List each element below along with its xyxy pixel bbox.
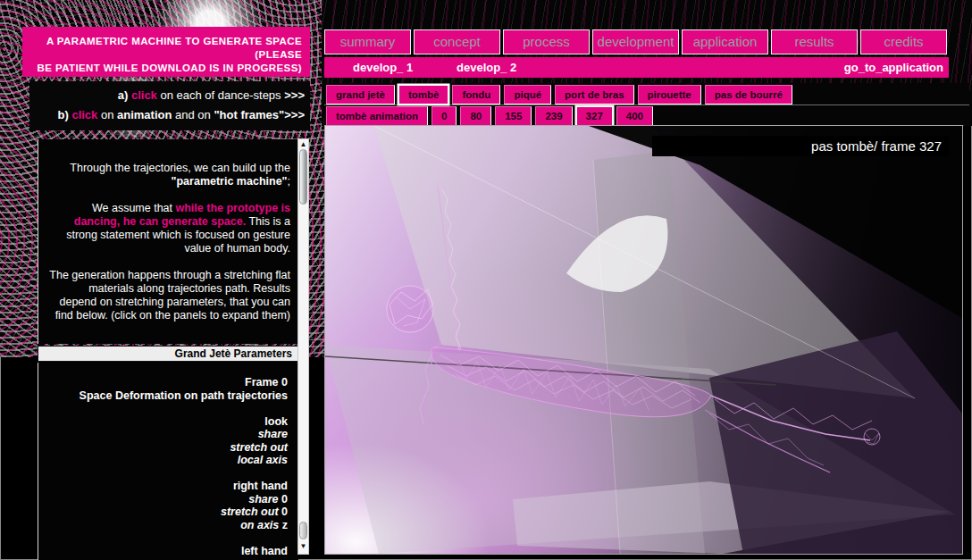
parameters-panel: Frame 0 Space Deformation on path trajec… — [38, 363, 298, 560]
row-divider-line — [324, 104, 969, 105]
instruction-b-animation: animation — [117, 108, 172, 121]
render-viewport[interactable]: pas tombè/ frame 327 — [324, 125, 963, 555]
frame-0-button[interactable]: 0 — [432, 106, 457, 126]
param-line: right hand — [47, 480, 288, 493]
render-scene — [325, 126, 962, 554]
param-line: on axis z — [47, 519, 288, 532]
instruction-a-label: a) — [118, 88, 131, 102]
param-line: stretch out 0 — [47, 506, 288, 519]
param-value: 0 — [279, 506, 288, 518]
param-line: local axis — [47, 454, 288, 467]
param-value: z — [279, 519, 288, 531]
frame-400-button[interactable]: 400 — [616, 106, 653, 126]
step-port-de-bras-button[interactable]: port de bras — [555, 85, 633, 104]
instruction-a-click-link[interactable]: click — [131, 88, 157, 102]
p2-text: We assume that — [92, 202, 176, 214]
dance-steps-row: grand jetè tombè fondu piqué port de bra… — [326, 85, 792, 104]
instruction-b-text2: and on — [172, 108, 214, 121]
go-to-application-link[interactable]: go_to_application — [844, 61, 943, 74]
instruction-b-arrows: >>> — [284, 108, 305, 121]
frame-155-button[interactable]: 155 — [495, 106, 532, 126]
nav-tab-development[interactable]: development — [592, 29, 679, 54]
scrollbar-thumb-lower[interactable] — [299, 522, 307, 539]
parameters-panel-header[interactable]: Grand Jetè Parameters — [38, 346, 298, 362]
instruction-a-arrows: >>> — [284, 88, 305, 102]
description-paragraph-3: The generation happens through a stretch… — [49, 269, 290, 322]
step-tombe-button[interactable]: tombè — [398, 85, 449, 104]
develop-1-link[interactable]: develop_ 1 — [353, 61, 413, 74]
param-line: look — [47, 415, 288, 429]
param-name: on axis — [240, 519, 279, 531]
page: A PARAMETRIC MACHINE TO GENERATE SPACE (… — [0, 0, 972, 560]
param-name: share — [248, 493, 278, 506]
main-navigation: summary concept process development appl… — [324, 29, 947, 54]
instruction-a-text: on each of dance-steps — [157, 88, 284, 102]
nav-tab-concept[interactable]: concept — [414, 29, 500, 54]
param-line-blank — [47, 531, 288, 545]
param-line: left hand — [47, 545, 288, 558]
param-line-blank — [47, 402, 288, 415]
frame-80-button[interactable]: 80 — [460, 106, 491, 126]
description-paragraph-2: We assume that while the prototype is da… — [49, 202, 290, 255]
p1-end: ; — [288, 175, 290, 188]
develop-bar: develop_ 1 develop_ 2 go_to_application — [324, 57, 949, 78]
nav-tab-application[interactable]: application — [682, 29, 768, 54]
nav-tab-credits[interactable]: credits — [860, 29, 947, 54]
param-value: 0 — [279, 493, 288, 506]
site-title-line1: A PARAMETRIC MACHINE TO GENERATE SPACE (… — [46, 36, 302, 60]
step-grand-jete-button[interactable]: grand jetè — [326, 85, 395, 104]
instruction-b-label: b) — [58, 108, 72, 121]
frame-239-button[interactable]: 239 — [535, 106, 572, 126]
hot-frames-row: tombè animation 0 80 155 239 327 400 — [326, 106, 653, 126]
frame-327-button[interactable]: 327 — [576, 106, 613, 126]
instruction-b-hot-frames: "hot frames" — [214, 108, 284, 121]
left-panel-scrollbar[interactable]: ▲ ▼ — [297, 138, 309, 555]
step-pirouette-button[interactable]: pirouette — [638, 85, 701, 104]
p1-bold: "parametric machine" — [172, 175, 288, 188]
instruction-b-text1: on — [97, 108, 117, 121]
param-line: share — [47, 428, 288, 441]
param-line: share 0 — [47, 493, 288, 506]
site-title: A PARAMETRIC MACHINE TO GENERATE SPACE (… — [22, 27, 310, 77]
p1-text: Through the trajectories, we can build u… — [70, 162, 290, 174]
param-line: stretch out — [47, 441, 288, 455]
param-line: Space Deformation on path trajectories — [47, 389, 288, 403]
nav-tab-summary[interactable]: summary — [324, 29, 411, 54]
step-pas-de-bourre-button[interactable]: pas de bourré — [705, 85, 792, 104]
instruction-b: b) click on animation and on "hot frames… — [35, 105, 305, 125]
step-pique-button[interactable]: piqué — [504, 85, 551, 104]
param-line-blank — [47, 467, 288, 481]
tombe-animation-button[interactable]: tombè animation — [326, 106, 428, 126]
scroll-down-arrow-icon[interactable]: ▼ — [298, 541, 308, 552]
frame-label: pas tombè/ frame 327 — [652, 136, 949, 156]
param-line: Frame 0 — [47, 376, 288, 389]
scrollbar-thumb[interactable] — [299, 149, 307, 205]
develop-2-link[interactable]: develop_ 2 — [457, 61, 516, 74]
description-panel: Through the trajectories, we can build u… — [38, 139, 298, 344]
param-name: stretch out — [221, 506, 279, 518]
nav-tab-process[interactable]: process — [503, 29, 590, 54]
instruction-b-click-link[interactable]: click — [71, 108, 97, 121]
nav-tab-results[interactable]: results — [771, 29, 858, 54]
instruction-a: a) click on each of dance-steps >>> — [35, 86, 305, 105]
site-title-line2: BE PATIENT WHILE DOWNLOAD IS IN PROGRESS… — [38, 63, 302, 73]
instructions: a) click on each of dance-steps >>> b) c… — [29, 81, 310, 130]
description-paragraph-1: Through the trajectories, we can build u… — [49, 162, 290, 188]
step-fondu-button[interactable]: fondu — [452, 85, 500, 104]
